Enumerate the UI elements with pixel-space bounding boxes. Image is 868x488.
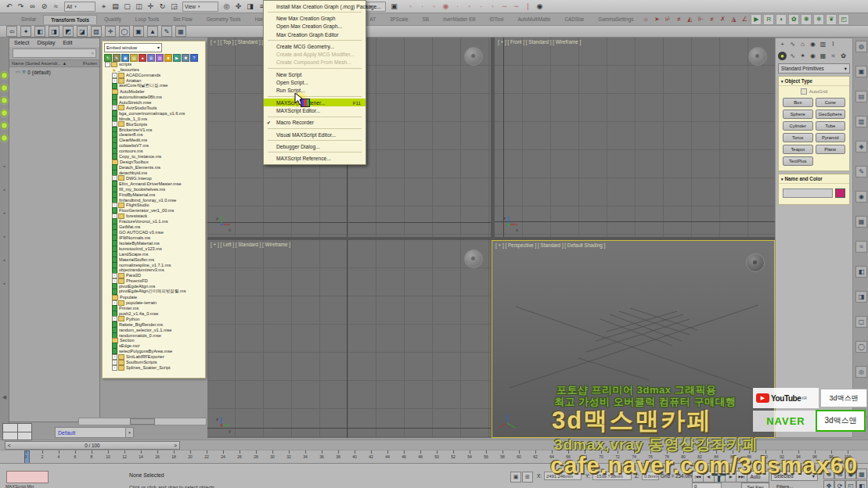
select-and-link-icon[interactable]: ∞ <box>27 2 38 12</box>
display-lights-icon[interactable] <box>1 97 8 104</box>
toolbar-tab-sb[interactable]: SB <box>415 15 435 23</box>
toolbar-tab-automultimatte[interactable]: AutoMultiMatte <box>510 15 557 23</box>
named-sets-icon[interactable]: ◦ <box>464 2 474 12</box>
toolbar-tab-idtool[interactable]: IDTool <box>483 15 511 23</box>
toolbar-tab-3pscale[interactable]: 3PScale <box>383 15 415 23</box>
script-tree-item[interactable]: ClearMedit.ms <box>105 138 203 143</box>
favorite-icon[interactable]: ★ <box>164 54 172 62</box>
expand-icon[interactable]: + <box>112 365 117 371</box>
shapes-category-icon[interactable]: ∿ <box>788 52 797 60</box>
display-geometry-icon[interactable] <box>1 72 8 79</box>
script-tree-item[interactable]: fill_my_bookshelves.ms <box>105 186 203 192</box>
mirror-snap-icon[interactable]: ∙ <box>476 2 486 12</box>
red-tool-8-icon[interactable]: ∠ <box>740 15 749 24</box>
script-tree-item[interactable]: push2_v1.4a_0.mse <box>105 310 203 316</box>
set-key-button[interactable]: Set Key <box>741 483 769 488</box>
tool-b-icon[interactable]: ▪ <box>1 186 8 193</box>
edit-script-icon[interactable]: ✎ <box>113 54 121 62</box>
script-tree-item[interactable]: +SiniLabIRFExporter <box>105 354 203 360</box>
script-tree-item[interactable]: bga_convertnormalmaps_v1.6.ms <box>105 110 203 116</box>
redo-icon[interactable]: ↷ <box>16 2 26 12</box>
toolbar-tab-cadstar[interactable]: CADStar <box>557 15 591 23</box>
script-tree-item[interactable]: +ACADCommands <box>105 73 203 78</box>
toolbar-tab-loop-tools[interactable]: Loop Tools <box>128 15 166 23</box>
panel-a-icon[interactable]: ▣ <box>855 66 867 77</box>
menu-item-new-script[interactable]: New Script <box>264 70 366 78</box>
selection-lock-icon[interactable]: ▣ <box>510 472 521 483</box>
script-tree-item[interactable]: +PhoenixFD <box>105 278 203 284</box>
snap-c-icon[interactable]: ❘ <box>523 2 533 12</box>
menu-item-macro-recorder[interactable]: ✔Macro Recorder <box>264 119 366 127</box>
primitives-dropdown[interactable]: Standard Primitives ▾ <box>778 63 850 74</box>
autogrid-checkbox[interactable] <box>801 88 807 95</box>
pen-tool-icon[interactable]: ✎ <box>161 26 172 37</box>
box-tool-icon[interactable]: ◰ <box>838 14 849 25</box>
tool-d-icon[interactable]: ▪ <box>1 233 8 240</box>
object-type-header[interactable]: ▾Object Type <box>779 77 849 86</box>
script-tree-item[interactable]: aselCore채널컨디징.mse <box>105 84 203 89</box>
collapse-arrow-icon[interactable]: ◀ <box>1 393 8 400</box>
viewport-nav-gizmo[interactable] <box>746 253 765 272</box>
copy-script-icon[interactable]: ⧉ <box>147 54 155 62</box>
hierarchy-tab-icon[interactable]: ⌂ <box>798 40 807 48</box>
fov-icon[interactable]: ◱ <box>845 480 856 488</box>
menu-item-create-compound-from-mesh-[interactable]: Create Compound From Mesh... <box>264 59 366 66</box>
isolate-selection-icon[interactable]: ▣ <box>389 2 399 12</box>
spacewarps-category-icon[interactable]: ≈ <box>829 52 837 60</box>
display-helpers-icon[interactable] <box>1 122 8 129</box>
percent-snap-icon[interactable]: ◦ <box>429 2 439 12</box>
script-tree-item[interactable]: AutoModeler <box>105 89 203 95</box>
script-tree-item[interactable]: +Para3D <box>105 273 203 278</box>
script-tree-item[interactable]: contours.ms <box>105 149 203 154</box>
snow-tool-icon[interactable]: ❄ <box>813 14 824 25</box>
tool-e-icon[interactable]: ▪ <box>1 257 8 264</box>
script-tree-item[interactable]: kumotoolmd_v123.ms <box>105 246 203 251</box>
blob-prim-icon[interactable]: ◪ <box>77 26 88 37</box>
viewport-nav-gizmo[interactable] <box>464 47 483 66</box>
tool-c-icon[interactable]: ▪ <box>1 210 8 217</box>
modify-tab-icon[interactable]: ∿ <box>788 40 797 48</box>
tool-a-icon[interactable]: ▪ <box>1 163 8 170</box>
key-filters-label[interactable]: Filters... <box>776 484 793 488</box>
viewport-perspective-label[interactable]: [ + ] [ Perspective ] [ Standard ] [ Def… <box>495 242 605 248</box>
spinner-snap-icon[interactable]: ◉ <box>441 2 451 12</box>
script-tree-item[interactable]: +SoulburnScripts <box>105 360 203 365</box>
script-tree-item[interactable]: Section <box>105 338 203 343</box>
cameras-category-icon[interactable]: ◉ <box>809 52 817 60</box>
workspace-dropdown-arrow-icon[interactable]: ▾ <box>125 427 134 438</box>
open-folder-icon[interactable]: ▤ <box>130 54 138 62</box>
new-folder-icon[interactable]: ▣ <box>121 54 129 62</box>
script-tree-item[interactable]: +AvizStudioTools <box>105 105 203 110</box>
render-R-icon[interactable]: R <box>763 14 774 25</box>
script-tree-item[interactable]: selectPolygonsByArea.mse <box>105 349 203 354</box>
teapot-tool-icon[interactable]: ◍ <box>855 41 867 52</box>
column-frozen[interactable]: Frozen <box>83 61 97 66</box>
play-script-icon[interactable]: ▶ <box>751 14 762 25</box>
camera-icon-icon[interactable]: ◉ <box>535 2 545 12</box>
pan-icon[interactable]: ✥ <box>823 480 834 488</box>
target-tool-icon[interactable]: ◎ <box>855 366 867 378</box>
script-tree-item[interactable]: objectrandomizerv3.ms <box>105 267 203 273</box>
prev-frame-arrow[interactable]: < <box>8 443 11 448</box>
display-cameras-icon[interactable] <box>1 109 8 117</box>
red-tool-5-icon[interactable]: ≠ <box>707 15 716 24</box>
menu-item-new-max-creation-graph[interactable]: New Max Creation Graph <box>264 14 366 22</box>
menu-item-create-and-apply-mcg-modifier-[interactable]: Create and Apply MCG Modifier... <box>264 50 366 58</box>
wedge-prim-icon[interactable]: ◩ <box>63 26 74 37</box>
viewport-left[interactable]: [ + ] [ Left ] [ Standard ] [ Wireframe … <box>207 240 491 438</box>
angle-snap-icon[interactable]: ∙ <box>417 2 427 12</box>
script-tree-item[interactable]: +FlightStudio <box>105 203 203 208</box>
peach-tool-icon[interactable]: ◗ <box>776 14 787 25</box>
script-tree-item[interactable]: normalizespline_v1.7.1.ms <box>105 262 203 267</box>
maxscript-mini-listener[interactable] <box>6 471 49 483</box>
tool-f-icon[interactable]: ▪ <box>1 280 8 287</box>
workspace-dropdown[interactable]: Default <box>55 427 130 438</box>
menu-item-debugger-dialog-[interactable]: Debugger Dialog... <box>264 142 366 150</box>
sphere-button[interactable]: Sphere <box>783 109 813 119</box>
window-crossing-icon[interactable]: ◫ <box>134 2 144 12</box>
grid-tool-icon[interactable]: ▦ <box>175 26 186 37</box>
toolbar-tab-transform-tools[interactable]: Transform Tools <box>43 15 97 24</box>
square-tool-icon[interactable]: ▢ <box>855 316 867 328</box>
script-tree-item[interactable]: pivotEgdeAlign간이애피벗정렬.ms <box>105 289 203 295</box>
toolbar-tab-geometry-tools[interactable]: Geometry Tools <box>200 15 248 23</box>
